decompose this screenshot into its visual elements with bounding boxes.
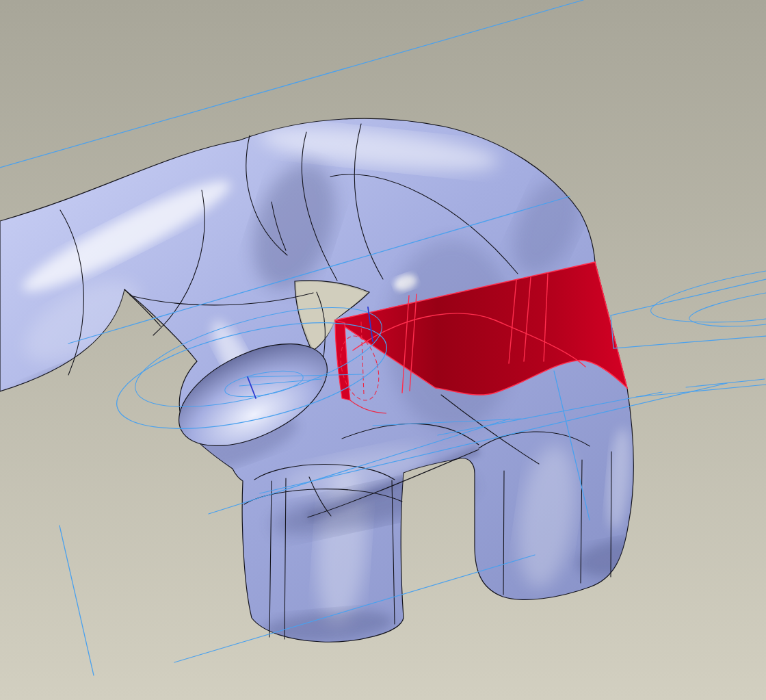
cad-viewport[interactable] (0, 0, 766, 700)
model-canvas[interactable] (0, 0, 766, 700)
